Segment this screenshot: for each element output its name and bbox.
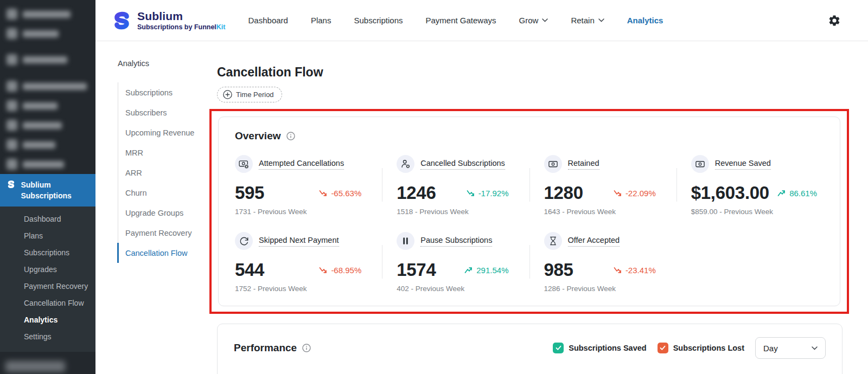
nav-plans[interactable]: Plans	[311, 16, 331, 25]
sublium-logo: Sublium Subscriptions by FunnelKit	[111, 10, 226, 31]
metric-label[interactable]: Pause Subscriptions	[420, 236, 492, 247]
analytics-nav-upgrade-groups[interactable]: Upgrade Groups	[118, 203, 217, 223]
cash-cancel-icon	[235, 155, 253, 173]
metric-previous: 402 - Previous Week	[397, 285, 529, 293]
legend-subscriptions-lost[interactable]: Subscriptions Lost	[658, 343, 744, 353]
header-nav: Dashboard Plans Subscriptions Payment Ga…	[248, 16, 663, 25]
plugin-submenu: Dashboard Plans Subscriptions Upgrades P…	[0, 207, 95, 352]
main-content: Cancellation Flow Time Period Overview	[217, 41, 868, 374]
overview-title: Overview	[235, 130, 281, 142]
analytics-heading: Analytics	[118, 59, 217, 68]
blurred-menu-item[interactable]	[0, 115, 95, 135]
wp-admin-sidebar: Sublium Subscriptions Dashboard Plans Su…	[0, 0, 95, 374]
nav-analytics[interactable]: Analytics	[627, 16, 663, 25]
analytics-nav-subscriptions[interactable]: Subscriptions	[118, 82, 217, 102]
metric-label[interactable]: Revenue Saved	[715, 159, 771, 170]
legend-subscriptions-saved[interactable]: Subscriptions Saved	[553, 343, 646, 353]
pause-icon	[397, 232, 414, 250]
metric-delta: -65.63%	[319, 189, 361, 198]
brand-name: Sublium	[137, 10, 226, 23]
blurred-menu-item[interactable]	[0, 24, 95, 43]
metric-delta: -22.09%	[614, 189, 656, 198]
checkbox-checked-teal[interactable]	[553, 343, 564, 353]
analytics-nav-subscribers[interactable]: Subscribers	[118, 102, 217, 122]
metric-cancelled-subscriptions: Cancelled Subscriptions 1246 -17.92%	[382, 155, 529, 216]
metric-label[interactable]: Offer Accepted	[568, 236, 620, 247]
metric-value: 985	[544, 260, 573, 280]
analytics-nav-arr[interactable]: ARR	[118, 163, 217, 183]
blurred-menu-item[interactable]	[0, 76, 95, 96]
metric-empty-cell	[676, 232, 824, 293]
chevron-down-icon	[598, 18, 604, 22]
checkbox-checked-orange[interactable]	[658, 343, 668, 353]
metric-offer-accepted: Offer Accepted 985 -23.41%	[529, 232, 676, 293]
info-icon[interactable]	[286, 132, 295, 140]
sidebar-item-sublium-subscriptions[interactable]: Sublium Subscriptions	[0, 174, 95, 207]
metric-label[interactable]: Skipped Next Payment	[259, 236, 339, 247]
plus-circle-icon	[223, 90, 232, 99]
user-cancel-icon	[397, 155, 414, 173]
nav-retain[interactable]: Retain	[571, 16, 604, 25]
trend-down-icon	[467, 190, 475, 197]
blurred-menu-item[interactable]	[5, 361, 65, 372]
metric-attempted-cancellations: Attempted Cancellations 595 -65.63%	[235, 155, 382, 216]
metric-previous: 1643 - Previous Week	[544, 208, 676, 216]
analytics-nav-mrr[interactable]: MRR	[118, 143, 217, 163]
nav-grow[interactable]: Grow	[519, 16, 548, 25]
trend-down-icon	[614, 267, 622, 274]
blurred-menu-item[interactable]	[0, 154, 95, 174]
blurred-menu-item[interactable]	[0, 50, 95, 69]
metric-value: 595	[235, 183, 264, 203]
blurred-menu-item[interactable]	[0, 96, 95, 115]
nav-subscriptions[interactable]: Subscriptions	[354, 16, 403, 25]
overview-metrics-grid: Attempted Cancellations 595 -65.63%	[235, 155, 824, 293]
wp-sidebar-footer	[0, 352, 95, 374]
submenu-payment-recovery[interactable]: Payment Recovery	[0, 278, 95, 295]
performance-card: Performance Subscriptions Saved Subscrip…	[217, 324, 843, 374]
settings-gear-icon[interactable]	[828, 14, 841, 27]
metric-delta: 86.61%	[777, 189, 817, 198]
app-window: Sublium Subscriptions Dashboard Plans Su…	[0, 0, 868, 374]
submenu-analytics[interactable]: Analytics	[0, 312, 95, 328]
overview-card: Overview Attempted Cancellations	[218, 117, 840, 306]
metric-value: 1280	[544, 183, 583, 203]
sublium-logo-icon	[111, 11, 132, 30]
time-period-button[interactable]: Time Period	[217, 87, 282, 102]
blurred-menu-item[interactable]	[0, 135, 95, 154]
submenu-settings[interactable]: Settings	[0, 328, 95, 345]
nav-payment-gateways[interactable]: Payment Gateways	[425, 16, 496, 25]
cash-icon	[544, 155, 562, 173]
metric-value: 544	[235, 260, 264, 280]
info-icon[interactable]	[302, 344, 311, 352]
main-column: Sublium Subscriptions by FunnelKit Dashb…	[95, 0, 868, 374]
nav-dashboard[interactable]: Dashboard	[248, 16, 288, 25]
submenu-subscriptions[interactable]: Subscriptions	[0, 244, 95, 261]
trend-down-icon	[319, 190, 327, 197]
analytics-nav-churn[interactable]: Churn	[118, 183, 217, 203]
analytics-nav-cancellation-flow[interactable]: Cancellation Flow	[117, 243, 217, 263]
trend-up-icon	[777, 190, 786, 197]
metric-skipped-next-payment: Skipped Next Payment 544 -68.95%	[235, 232, 382, 293]
metric-label[interactable]: Cancelled Subscriptions	[420, 159, 505, 170]
plugin-header: Sublium Subscriptions by FunnelKit Dashb…	[95, 0, 868, 41]
analytics-nav-upcoming-revenue[interactable]: Upcoming Revenue	[118, 122, 217, 143]
metric-label[interactable]: Attempted Cancellations	[259, 159, 344, 170]
submenu-plans[interactable]: Plans	[0, 228, 95, 244]
metric-revenue-saved: Revenue Saved $1,603.00 86.61%	[676, 155, 824, 216]
hourglass-icon	[544, 232, 562, 250]
analytics-nav-payment-recovery[interactable]: Payment Recovery	[118, 223, 217, 243]
chevron-down-icon	[812, 346, 818, 350]
sublium-logo-icon	[7, 179, 15, 190]
metric-label[interactable]: Retained	[568, 159, 599, 170]
blurred-menu-item[interactable]	[0, 4, 95, 24]
page-title: Cancellation Flow	[217, 65, 843, 80]
metric-value: $1,603.00	[691, 183, 769, 203]
granularity-select[interactable]: Day	[755, 337, 826, 359]
submenu-cancellation-flow[interactable]: Cancellation Flow	[0, 295, 95, 312]
submenu-dashboard[interactable]: Dashboard	[0, 211, 95, 228]
metric-delta: 291.54%	[464, 266, 508, 275]
brand-tagline: Subscriptions by FunnelKit	[137, 23, 226, 31]
redo-icon	[235, 232, 253, 250]
submenu-upgrades[interactable]: Upgrades	[0, 261, 95, 278]
trend-down-icon	[319, 267, 327, 274]
